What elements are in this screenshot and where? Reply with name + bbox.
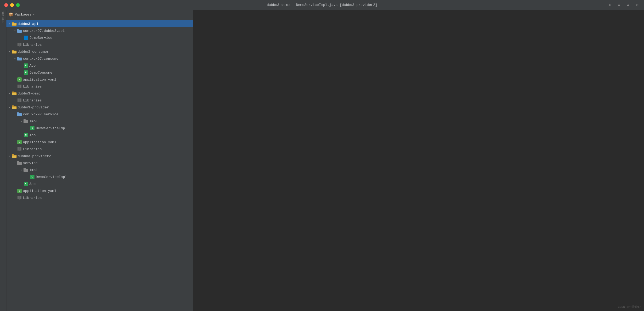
package-icon <box>17 112 22 117</box>
arrow-icon: ▾ <box>13 29 17 32</box>
libraries-icon: ▐║▌ <box>17 195 22 200</box>
title-bar: dubbo3-demo – DemoServiceImpl.java [dubb… <box>0 0 644 10</box>
close-button[interactable] <box>4 3 8 7</box>
svg-rect-21 <box>12 154 14 156</box>
class-icon: C <box>24 63 28 68</box>
list-icon[interactable]: ≡ <box>617 3 622 7</box>
tree-item-label: com.xdx97.dubbo3.api <box>23 29 65 33</box>
tree-item-dubbo3-provider[interactable]: ▾ dubbo3-provider <box>6 104 193 111</box>
arrow-icon: ▾ <box>7 92 12 95</box>
maximize-button[interactable] <box>16 3 20 7</box>
minimize-button[interactable] <box>10 3 14 7</box>
tree-item-label: DemoService <box>29 36 52 40</box>
svg-rect-26 <box>24 168 26 169</box>
arrow-icon: ▾ <box>13 113 17 116</box>
tree-item-com-xdx97-consumer[interactable]: ▾ com.xdx97.consumer <box>6 55 193 62</box>
tree-item-label: impl <box>29 168 38 172</box>
yaml-icon: Y <box>17 77 22 82</box>
tree-item-com-xdx97-dubbo3-api[interactable]: ▾ com.xdx97.dubbo3.api <box>6 27 193 34</box>
tree-item-dubbo3-api[interactable]: ▾ dubbo3-api <box>6 20 193 27</box>
tree-item-demoserviceimpl-provider[interactable]: C DemoServiceImpl <box>6 125 193 132</box>
tree-item-libraries-2[interactable]: › ▐║▌ Libraries <box>6 83 193 90</box>
svg-rect-7 <box>12 51 16 53</box>
project-label[interactable]: Project <box>2 11 5 24</box>
class-icon: C <box>30 126 35 131</box>
window-controls <box>4 3 20 7</box>
package-icon <box>17 56 22 61</box>
tree-item-label: Libraries <box>23 43 42 47</box>
tree-item-dubbo3-consumer[interactable]: ▾ dubbo3-consumer <box>6 48 193 55</box>
libraries-icon: ▐║▌ <box>17 84 22 89</box>
sidebar-strip: Project <box>0 10 6 311</box>
svg-rect-19 <box>24 119 26 121</box>
tree-item-demoservice[interactable]: I DemoService <box>6 34 193 41</box>
tree-item-label: DemoConsumer <box>29 71 55 75</box>
arrow-icon: ▾ <box>19 120 24 123</box>
settings-icon[interactable]: ⚙ <box>635 3 640 7</box>
panel-title: Packages <box>15 13 31 17</box>
svg-rect-11 <box>12 92 14 93</box>
tree-item-app-provider2[interactable]: C App <box>6 180 193 187</box>
tree-item-service-folder[interactable]: ▾ service <box>6 160 193 166</box>
module-icon <box>12 49 17 54</box>
panel-header: 📦 Packages ▾ <box>6 10 193 19</box>
tree-item-impl-provider2[interactable]: ▾ impl <box>6 166 193 173</box>
tree-item-democonsumer[interactable]: C DemoConsumer <box>6 69 193 76</box>
add-icon[interactable]: ⊕ <box>608 3 612 7</box>
tree-item-label: App <box>29 64 36 68</box>
libraries-icon: ▐║▌ <box>17 98 22 103</box>
tree-item-com-xdx97-service[interactable]: ▾ com.xdx97.service <box>6 111 193 118</box>
class-icon: C <box>24 70 28 75</box>
arrow-icon: ▾ <box>7 155 12 158</box>
class-icon: C <box>24 181 28 186</box>
editor-area <box>193 10 644 311</box>
toolbar-actions: ⊕ ≡ ⇌ ⚙ <box>608 3 640 7</box>
interface-icon: I <box>24 35 28 40</box>
tree-item-label: dubbo3-consumer <box>18 50 49 54</box>
svg-rect-4 <box>17 29 19 30</box>
svg-rect-17 <box>17 112 19 114</box>
module-icon <box>12 91 17 96</box>
tree-item-label: impl <box>29 119 38 123</box>
filter-icon[interactable]: ⇌ <box>626 3 631 7</box>
tree-item-app-provider[interactable]: C App <box>6 132 193 139</box>
svg-rect-6 <box>12 50 14 51</box>
folder-icon <box>17 161 22 165</box>
tree-item-label: dubbo3-api <box>18 22 38 26</box>
tree-item-libraries-5[interactable]: › ▐║▌ Libraries <box>6 194 193 201</box>
tree-item-dubbo3-demo[interactable]: ▾ dubbo3-demo <box>6 90 193 97</box>
tree-item-yaml-consumer[interactable]: Y application.yaml <box>6 76 193 83</box>
tree-item-libraries-4[interactable]: › ▐║▌ Libraries <box>6 146 193 153</box>
package-icon <box>17 28 22 33</box>
yaml-icon: Y <box>17 140 22 145</box>
tree-item-yaml-provider2[interactable]: Y application.yaml <box>6 187 193 194</box>
tree-item-label: dubbo3-demo <box>18 92 41 96</box>
tree-item-yaml-provider[interactable]: Y application.yaml <box>6 139 193 146</box>
svg-rect-22 <box>12 156 16 158</box>
class-icon: C <box>30 175 35 179</box>
file-tree: ▾ dubbo3-api ▾ <box>6 19 193 311</box>
tree-item-label: App <box>29 133 36 137</box>
tree-item-label: App <box>29 182 36 186</box>
arrow-icon: ▾ <box>19 169 24 172</box>
arrow-icon: ▾ <box>13 57 17 60</box>
chevron-down-icon[interactable]: ▾ <box>33 13 34 16</box>
tree-item-demoserviceimpl-provider2[interactable]: C DemoServiceImpl <box>6 173 193 180</box>
tree-item-libraries-1[interactable]: › ▐║▌ Libraries <box>6 41 193 48</box>
yaml-icon: Y <box>17 188 22 193</box>
module-icon <box>12 154 17 158</box>
libraries-icon: ▐║▌ <box>17 147 22 151</box>
tree-item-app-consumer[interactable]: C App <box>6 62 193 69</box>
tree-item-label: com.xdx97.consumer <box>23 57 60 61</box>
tree-item-dubbo3-provider2[interactable]: ▾ dubbo3-provider2 <box>6 153 193 160</box>
tree-item-label: dubbo3-provider <box>18 105 49 109</box>
svg-rect-1 <box>12 22 14 23</box>
svg-rect-14 <box>12 105 14 107</box>
window-title: dubbo3-demo – DemoServiceImpl.java [dubb… <box>267 3 377 7</box>
tree-item-impl-provider[interactable]: ▾ impl <box>6 118 193 125</box>
svg-rect-15 <box>12 107 16 109</box>
arrow-icon: ▾ <box>7 22 12 25</box>
svg-rect-2 <box>12 23 16 25</box>
svg-rect-12 <box>12 93 16 95</box>
tree-item-libraries-3[interactable]: › ▐║▌ Libraries <box>6 97 193 104</box>
